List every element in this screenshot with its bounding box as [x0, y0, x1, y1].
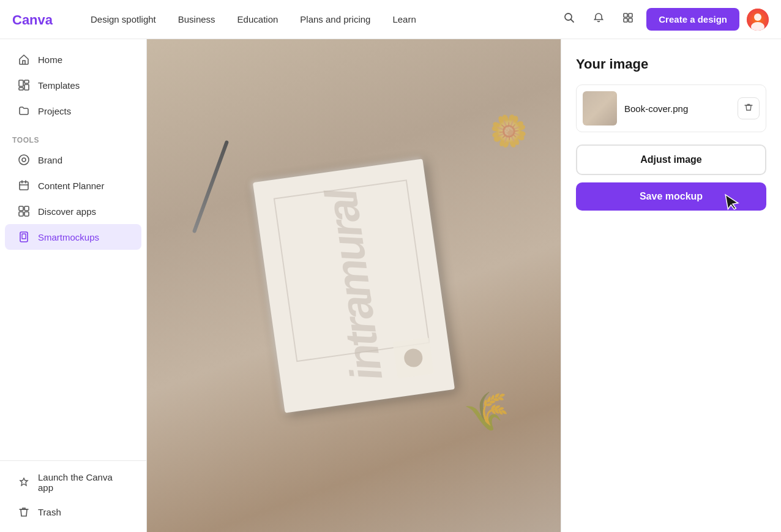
- sidebar-item-content-planner[interactable]: Content Planner: [5, 173, 141, 198]
- svg-rect-16: [20, 182, 28, 190]
- svg-rect-4: [629, 13, 632, 17]
- notifications-button[interactable]: [588, 9, 610, 31]
- content-planner-icon: [17, 179, 31, 192]
- sidebar-item-smartmockups[interactable]: Smartmockups: [5, 224, 141, 250]
- bell-icon: [593, 12, 604, 26]
- discover-apps-icon: [17, 204, 31, 218]
- sidebar-label-content-planner: Content Planner: [38, 181, 104, 191]
- decorative-element: 🌼: [490, 113, 528, 149]
- sidebar-label-smartmockups: Smartmockups: [38, 232, 99, 242]
- templates-icon: [17, 78, 31, 92]
- sidebar-item-trash[interactable]: Trash: [5, 499, 141, 525]
- top-navigation: Canva Design spotlight Business Educatio…: [0, 0, 781, 39]
- sidebar-item-home[interactable]: Home: [5, 47, 141, 72]
- sidebar-item-templates[interactable]: Templates: [5, 72, 141, 98]
- svg-point-8: [754, 13, 761, 21]
- svg-rect-20: [24, 212, 29, 216]
- home-icon: [17, 53, 31, 66]
- tools-section-header: Tools: [0, 131, 146, 147]
- sidebar-label-templates: Templates: [38, 80, 80, 91]
- nav-item-education[interactable]: Education: [229, 9, 287, 29]
- apps-button[interactable]: [617, 9, 639, 31]
- sidebar-bottom-section: Launch the Canva app Trash: [0, 460, 146, 525]
- delete-image-button[interactable]: [738, 97, 760, 119]
- search-button[interactable]: [558, 9, 580, 31]
- trash-icon-small: [744, 102, 753, 114]
- svg-rect-22: [22, 234, 26, 239]
- sidebar-label-projects: Projects: [38, 106, 71, 116]
- nav-actions: Create a design: [558, 8, 769, 31]
- svg-point-14: [19, 155, 29, 165]
- thumbnail-preview: [583, 91, 617, 126]
- grid-icon: [622, 12, 633, 26]
- svg-rect-12: [24, 84, 29, 90]
- canva-logo[interactable]: Canva: [12, 11, 67, 28]
- svg-point-15: [22, 158, 26, 162]
- sidebar: Home Templates: [0, 39, 147, 532]
- sidebar-label-brand: Brand: [38, 155, 62, 165]
- smartmockups-icon: [17, 230, 31, 244]
- svg-rect-18: [24, 206, 29, 211]
- launch-icon: [17, 476, 31, 489]
- sidebar-item-launch-canva[interactable]: Launch the Canva app: [5, 466, 141, 499]
- right-panel: Your image Book-cover.png Adju: [561, 39, 781, 532]
- image-filename: Book-cover.png: [624, 103, 730, 114]
- svg-line-2: [571, 20, 574, 23]
- save-mockup-button[interactable]: Save mockup: [576, 182, 766, 211]
- book-mockup: intramural: [253, 159, 455, 413]
- sidebar-label-trash: Trash: [38, 507, 61, 517]
- sidebar-main-section: Home Templates: [0, 47, 146, 124]
- svg-rect-3: [624, 13, 627, 17]
- main-layout: Home Templates: [0, 39, 781, 532]
- nav-item-business[interactable]: Business: [170, 9, 224, 29]
- svg-rect-6: [629, 18, 632, 22]
- sidebar-item-brand[interactable]: Brand: [5, 147, 141, 173]
- sidebar-tools-section: Brand Content Planner: [0, 147, 146, 250]
- panel-content: Your image Book-cover.png Adju: [561, 39, 781, 228]
- image-card: Book-cover.png: [576, 84, 766, 132]
- search-icon: [564, 12, 575, 26]
- sidebar-label-discover-apps: Discover apps: [38, 206, 96, 217]
- create-design-button[interactable]: Create a design: [646, 8, 739, 31]
- svg-rect-10: [19, 80, 23, 86]
- user-avatar[interactable]: [747, 9, 769, 31]
- svg-rect-19: [19, 212, 23, 216]
- canvas-area: intramural 🌾 🌼: [147, 39, 561, 532]
- svg-rect-13: [19, 88, 23, 90]
- sidebar-item-discover-apps[interactable]: Discover apps: [5, 198, 141, 224]
- svg-rect-11: [24, 80, 29, 83]
- brand-icon: [17, 153, 31, 167]
- svg-rect-5: [624, 18, 627, 22]
- trash-icon: [17, 505, 31, 519]
- nav-item-learn[interactable]: Learn: [384, 9, 424, 29]
- nav-item-plans-pricing[interactable]: Plans and pricing: [291, 9, 379, 29]
- sidebar-label-home: Home: [38, 54, 62, 65]
- adjust-image-button[interactable]: Adjust image: [576, 144, 766, 175]
- projects-icon: [17, 104, 31, 118]
- nav-item-design-spotlight[interactable]: Design spotlight: [82, 9, 165, 29]
- sidebar-label-launch-canva: Launch the Canva app: [38, 472, 129, 493]
- sidebar-item-projects[interactable]: Projects: [5, 98, 141, 124]
- svg-text:Canva: Canva: [12, 12, 53, 28]
- image-thumbnail: [583, 91, 617, 126]
- panel-title: Your image: [576, 56, 766, 72]
- svg-rect-17: [19, 206, 23, 211]
- mockup-background: intramural 🌾 🌼: [147, 39, 561, 532]
